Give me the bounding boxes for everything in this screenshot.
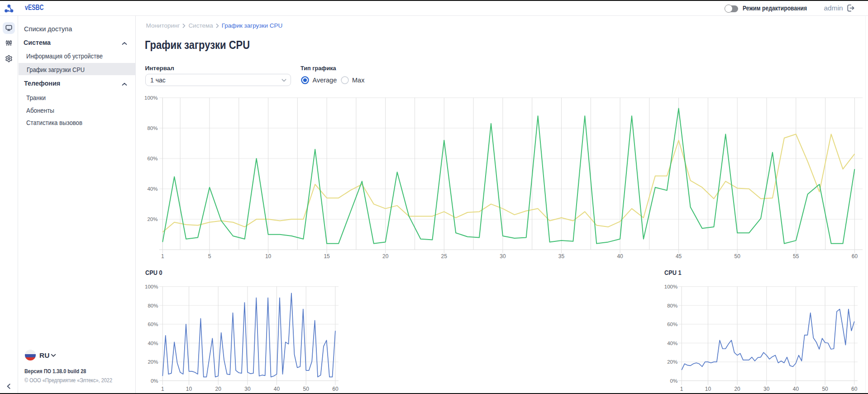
svg-text:30: 30 bbox=[500, 253, 506, 259]
svg-text:50: 50 bbox=[303, 386, 310, 392]
svg-text:40: 40 bbox=[617, 253, 623, 259]
svg-text:40: 40 bbox=[274, 386, 280, 392]
svg-text:80%: 80% bbox=[667, 303, 677, 308]
svg-text:40: 40 bbox=[793, 386, 799, 392]
svg-text:20%: 20% bbox=[147, 216, 157, 222]
svg-text:30: 30 bbox=[763, 386, 770, 392]
svg-text:80%: 80% bbox=[147, 125, 157, 131]
svg-text:40%: 40% bbox=[147, 186, 157, 192]
svg-text:15: 15 bbox=[324, 253, 330, 259]
svg-text:60%: 60% bbox=[148, 322, 158, 327]
svg-text:10: 10 bbox=[705, 386, 711, 392]
svg-text:40%: 40% bbox=[667, 341, 677, 346]
svg-text:30: 30 bbox=[244, 386, 251, 392]
svg-text:20%: 20% bbox=[148, 359, 158, 365]
svg-text:20: 20 bbox=[734, 386, 740, 392]
svg-text:55: 55 bbox=[793, 253, 799, 259]
svg-text:10: 10 bbox=[186, 386, 192, 392]
svg-text:100%: 100% bbox=[144, 95, 157, 101]
svg-text:60: 60 bbox=[332, 386, 339, 392]
svg-text:10: 10 bbox=[265, 253, 272, 259]
svg-text:100%: 100% bbox=[145, 284, 158, 289]
svg-text:60: 60 bbox=[852, 253, 858, 259]
svg-text:20: 20 bbox=[382, 253, 389, 259]
svg-text:40%: 40% bbox=[148, 341, 158, 346]
svg-text:50: 50 bbox=[822, 386, 828, 392]
svg-text:60%: 60% bbox=[147, 156, 157, 161]
svg-text:100%: 100% bbox=[664, 284, 677, 289]
svg-text:0%: 0% bbox=[670, 378, 678, 384]
svg-text:60: 60 bbox=[851, 386, 858, 392]
svg-text:1: 1 bbox=[161, 253, 164, 259]
svg-text:5: 5 bbox=[208, 253, 211, 259]
svg-text:20: 20 bbox=[215, 386, 222, 392]
svg-text:35: 35 bbox=[558, 253, 565, 259]
svg-text:1: 1 bbox=[161, 386, 164, 392]
svg-text:0%: 0% bbox=[151, 378, 158, 384]
svg-text:45: 45 bbox=[676, 253, 682, 259]
svg-text:20%: 20% bbox=[667, 359, 677, 365]
svg-text:25: 25 bbox=[441, 253, 448, 259]
svg-text:80%: 80% bbox=[148, 303, 158, 308]
svg-text:50: 50 bbox=[734, 253, 741, 259]
svg-text:1: 1 bbox=[680, 386, 683, 392]
svg-text:60%: 60% bbox=[667, 322, 677, 327]
